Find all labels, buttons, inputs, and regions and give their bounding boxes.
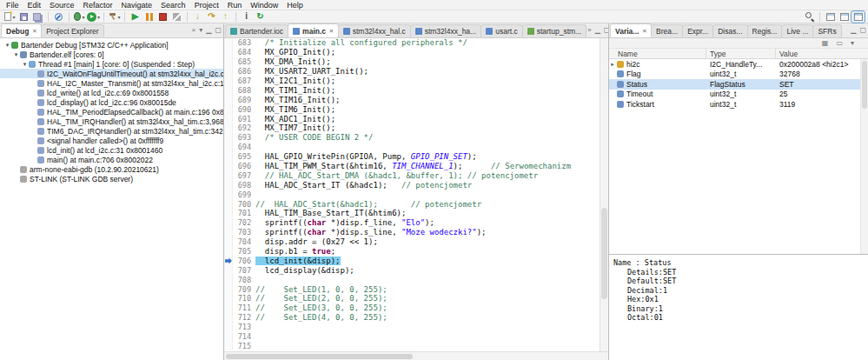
variable-details-pane[interactable]: Name : StatusDetails:SETDefault:SETDecim… xyxy=(609,254,868,360)
debug-tree-item[interactable]: main() at main.c:706 0x8002022 xyxy=(0,155,223,164)
variables-tab-sfrs[interactable]: SFRs xyxy=(812,24,841,37)
menu-item-project[interactable]: Project xyxy=(190,1,223,10)
code-line[interactable]: 686 MX_USART2_UART_Init(); xyxy=(224,67,600,77)
code-line[interactable]: 709// Set_LED(1, 0, 0, 255); xyxy=(224,284,600,294)
terminate-icon[interactable] xyxy=(156,11,169,23)
menu-item-refactor[interactable]: Refactor xyxy=(79,1,117,10)
save-all-icon[interactable] xyxy=(31,11,44,23)
menu-item-source[interactable]: Source xyxy=(45,1,79,10)
suspend-icon[interactable] xyxy=(142,11,156,23)
step-into-icon[interactable]: ↓ xyxy=(191,11,204,23)
code-line[interactable]: 706 lcd_init(&disp); xyxy=(224,256,600,265)
debug-tab-debug[interactable]: Debug× xyxy=(1,23,42,37)
code-line[interactable]: 693 /* USER CODE BEGIN 2 */ xyxy=(224,133,600,143)
search-icon[interactable] xyxy=(803,11,816,23)
code-editor[interactable]: 683 /* Initialize all configured periphe… xyxy=(224,38,608,351)
code-line[interactable]: 699 xyxy=(224,190,600,199)
instruction-stepping-icon[interactable]: i xyxy=(240,11,253,23)
step-over-icon[interactable]: ↷ xyxy=(205,11,218,23)
expander-icon[interactable]: ▸ xyxy=(609,61,616,68)
code-line[interactable]: 707 lcd_display(&disp); xyxy=(224,265,600,275)
variables-tab-live[interactable]: Live ... xyxy=(781,24,813,37)
scrollbar-thumb[interactable] xyxy=(226,354,413,359)
debug-icon[interactable]: ▾ xyxy=(73,11,86,23)
debug-tree-item[interactable]: HAL_TIM_IRQHandler() at stm32l4xx_hal_ti… xyxy=(0,117,223,126)
debug-tree-item[interactable]: ▾Thread #1 [main] 1 [core: 0] (Suspended… xyxy=(0,59,223,69)
collapse-all-icon[interactable]: ▭ xyxy=(834,39,845,47)
view-menu-icon[interactable]: ▾ xyxy=(197,26,204,34)
variables-tab-expr[interactable]: Expr... xyxy=(682,24,713,37)
code-line[interactable]: 710// Set_LED(2, 0, 0, 255); xyxy=(224,294,600,303)
menu-item-run[interactable]: Run xyxy=(223,1,247,10)
restart-icon[interactable]: ↻ xyxy=(254,11,267,23)
editor-vertical-scrollbar[interactable] xyxy=(600,38,608,351)
debug-tree-item[interactable]: TIM6_DAC_IRQHandler() at stm32l4xx_hal_t… xyxy=(0,126,223,136)
variable-row-hi2c[interactable]: ▸hi2cI2C_HandleTy...0x200002a8 <hi2c1> xyxy=(609,59,868,70)
run-icon[interactable]: ▾ xyxy=(87,11,100,23)
debug-perspective-button[interactable] xyxy=(851,11,865,23)
menu-item-file[interactable]: File xyxy=(2,1,23,10)
code-line[interactable]: 683 /* Initialize all configured periphe… xyxy=(224,38,600,48)
code-line[interactable]: 704 disp.addr = (0x27 << 1); xyxy=(224,237,600,247)
code-line[interactable]: 705 disp.b1 = true; xyxy=(224,247,600,257)
column-header-name[interactable]: Name xyxy=(609,49,706,58)
resume-icon[interactable]: ▶ xyxy=(129,11,142,23)
debug-tree-item[interactable]: ▾Bartender Debug [STM32 C/C++ Applicatio… xyxy=(0,40,223,50)
debug-tree-item[interactable]: ST-LINK (ST-LINK GDB server) xyxy=(0,174,223,183)
expander-icon[interactable]: ▾ xyxy=(12,51,20,58)
editor-tab-bartender-ioc[interactable]: Bartender.ioc xyxy=(225,24,288,37)
code-line[interactable]: 692 MX_TIM7_Init(); xyxy=(224,123,600,133)
code-line[interactable]: 714 xyxy=(224,332,600,342)
code-area[interactable]: 683 /* Initialize all configured periphe… xyxy=(224,38,600,351)
variables-tab-brea[interactable]: Brea... xyxy=(651,24,683,37)
code-line[interactable]: 702 sprintf((char *)disp.f_line, "Elo"); xyxy=(224,218,600,228)
variable-row-timeout[interactable]: Timeoutuint32_t25 xyxy=(609,90,868,100)
debug-tree-item[interactable]: I2C_WaitOnFlagUntilTimeout() at stm32l4x… xyxy=(0,69,223,78)
new-wizard-icon[interactable]: ▾ xyxy=(3,11,17,23)
variables-scrollbar[interactable] xyxy=(860,59,868,254)
editor-tab-startup-stm[interactable]: startup_stm... xyxy=(522,24,587,37)
code-line[interactable]: 688 MX_TIM1_Init(); xyxy=(224,85,600,95)
build-icon[interactable]: ▾ xyxy=(108,11,121,23)
code-line[interactable]: 712// Set_LED(4, 0, 0, 255); xyxy=(224,313,600,323)
code-line[interactable]: 715 xyxy=(224,342,600,351)
debug-tree-item[interactable]: <signal handler called>() at 0xfffffff9 xyxy=(0,136,223,145)
editor-tab-main-c[interactable]: main.c× xyxy=(288,23,339,37)
code-line[interactable]: 684 MX_GPIO_Init(); xyxy=(224,48,600,57)
code-line[interactable]: 694 xyxy=(224,143,600,152)
menu-item-window[interactable]: Window xyxy=(246,1,282,10)
save-icon[interactable] xyxy=(17,11,30,23)
code-line[interactable]: 691 MX_ADC1_Init(); xyxy=(224,114,600,123)
code-line[interactable]: 689 MX_TIM16_Init(); xyxy=(224,95,600,104)
debug-tree-item[interactable]: lcd_display() at lcd_i2c.c:96 0x80015de xyxy=(0,97,223,107)
debug-tab-project-explorer[interactable]: Project Explorer xyxy=(41,24,103,37)
cpp-perspective-button[interactable] xyxy=(838,11,851,23)
close-icon[interactable]: × xyxy=(32,27,36,35)
code-line[interactable]: 711// Set_LED(3, 0, 0, 255); xyxy=(224,303,600,313)
code-line[interactable]: 697 // HAL_ADC_Start_DMA (&hadc1, &buffe… xyxy=(224,170,600,180)
column-header-value[interactable]: Value xyxy=(776,49,868,58)
menu-item-navigate[interactable]: Navigate xyxy=(117,1,157,10)
minimize-icon[interactable]: ▁ xyxy=(849,26,858,34)
code-line[interactable]: 695 HAL_GPIO_WritePin(GPIOA, Pump, GPIO_… xyxy=(224,152,600,162)
variable-row-tickstart[interactable]: Tickstartuint32_t3119 xyxy=(609,99,868,110)
debug-tree-item[interactable]: HAL_TIM_PeriodElapsedCallback() at main.… xyxy=(0,107,223,117)
disconnect-icon[interactable] xyxy=(170,11,183,23)
skip-all-breakpoints-icon[interactable] xyxy=(52,11,65,23)
code-line[interactable]: 685 MX_DMA_Init(); xyxy=(224,57,600,67)
debug-tree-item[interactable]: lcd_write() at lcd_i2c.c:69 0x8001558 xyxy=(0,88,223,97)
expander-icon[interactable]: ▾ xyxy=(3,42,11,49)
code-line[interactable]: 708 xyxy=(224,275,600,284)
code-line[interactable]: 698 HAL_ADC_Start_IT (&hadc1); // potenc… xyxy=(224,180,600,190)
menu-item-edit[interactable]: Edit xyxy=(23,1,46,10)
editor-horizontal-scrollbar[interactable] xyxy=(224,351,608,360)
menu-item-help[interactable]: Help xyxy=(282,1,308,10)
maximize-icon[interactable]: ▢ xyxy=(213,26,223,34)
minimize-icon[interactable]: ▁ xyxy=(204,26,213,34)
open-perspective-icon[interactable] xyxy=(824,11,837,23)
editor-tab-stm32l4xx-hal-c[interactable]: stm32l4xx_hal.c xyxy=(338,24,411,37)
show-columns-icon[interactable]: ▦ xyxy=(820,39,831,47)
minimize-icon[interactable]: ▁ xyxy=(593,26,602,34)
close-icon[interactable]: × xyxy=(642,27,646,35)
variables-tab-regis[interactable]: Regis... xyxy=(747,24,783,37)
